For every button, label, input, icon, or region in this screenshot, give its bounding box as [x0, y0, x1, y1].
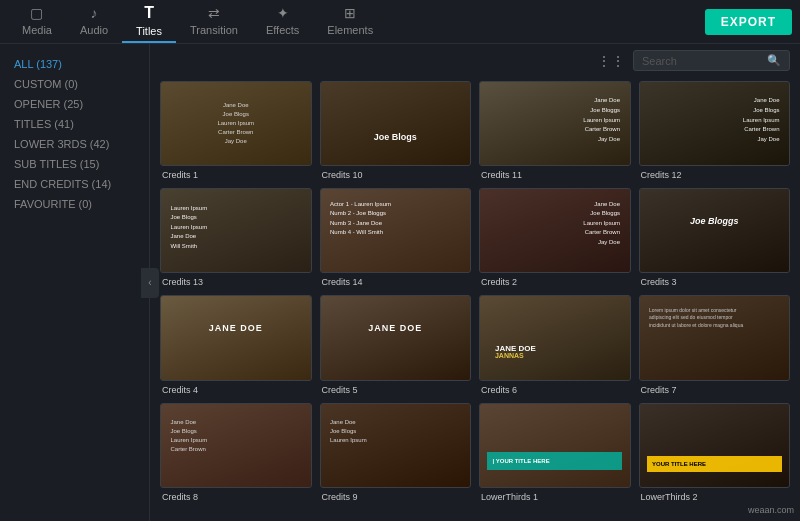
grid-item-credits8[interactable]: Jane DoeJoe BlogsLauren IpsumCarter Brow…: [160, 403, 312, 502]
search-input[interactable]: [642, 55, 762, 67]
titles-icon: T: [144, 4, 154, 22]
grid-item-label-credits9: Credits 9: [320, 492, 472, 502]
grid-item-credits2[interactable]: Jane DoeJoe BloggsLauren IpsumCarter Bro…: [479, 188, 631, 287]
nav-media-label: Media: [22, 24, 52, 36]
grid-item-label-lowerthirds1: LowerThirds 1: [479, 492, 631, 502]
grid-item-label-credits6: Credits 6: [479, 385, 631, 395]
transition-icon: ⇄: [208, 5, 220, 21]
sidebar-item-all[interactable]: ALL (137): [0, 54, 149, 74]
grid-item-lowerthirds2[interactable]: YOUR TITLE HERE LowerThirds 2: [639, 403, 791, 502]
sidebar-item-subtitles[interactable]: SUB TITLES (15): [0, 154, 149, 174]
sidebar-item-endcredits[interactable]: END CREDITS (14): [0, 174, 149, 194]
grid-item-label-credits13: Credits 13: [160, 277, 312, 287]
titles-grid: Jane DoeJoe BlogsLauren IpsumCarter Brow…: [160, 81, 790, 502]
grid-item-label-lowerthirds2: LowerThirds 2: [639, 492, 791, 502]
search-icon: 🔍: [767, 54, 781, 67]
sidebar: ALL (137) CUSTOM (0) OPENER (25) TITLES …: [0, 44, 150, 521]
media-icon: ▢: [30, 5, 43, 21]
grid-item-label-credits2: Credits 2: [479, 277, 631, 287]
nav-transition[interactable]: ⇄ Transition: [176, 1, 252, 42]
grid-item-credits9[interactable]: Jane DoeJoe BlogsLauren Ipsum Credits 9: [320, 403, 472, 502]
export-button[interactable]: EXPORT: [705, 9, 792, 35]
grid-item-credits4[interactable]: JANE DOE Credits 4: [160, 295, 312, 394]
top-navigation: ▢ Media ♪ Audio T Titles ⇄ Transition ✦ …: [0, 0, 800, 44]
grid-item-credits12[interactable]: Jane DoeJoe BlogsLauren IpsumCarter Brow…: [639, 81, 791, 180]
grid-item-credits7[interactable]: Lorem ipsum dolor sit amet consecteturad…: [639, 295, 791, 394]
grid-item-credits14[interactable]: Actor 1 - Lauren IpsumNumb 2 - Joe Blogg…: [320, 188, 472, 287]
search-box: 🔍: [633, 50, 790, 71]
nav-transition-label: Transition: [190, 24, 238, 36]
audio-icon: ♪: [91, 5, 98, 21]
nav-effects[interactable]: ✦ Effects: [252, 1, 313, 42]
grid-scroll-area: Jane DoeJoe BlogsLauren IpsumCarter Brow…: [150, 77, 800, 521]
grid-item-credits13[interactable]: Lauren IpsumJoe BlogsLauren IpsumJane Do…: [160, 188, 312, 287]
sidebar-item-opener[interactable]: OPENER (25): [0, 94, 149, 114]
nav-media[interactable]: ▢ Media: [8, 1, 66, 42]
grid-item-lowerthirds1[interactable]: | YOUR TITLE HERE LowerThirds 1: [479, 403, 631, 502]
nav-elements[interactable]: ⊞ Elements: [313, 1, 387, 42]
effects-icon: ✦: [277, 5, 289, 21]
grid-item-credits11[interactable]: Jane DoeJoe BloggsLauren IpsumCarter Bro…: [479, 81, 631, 180]
grid-item-label-credits5: Credits 5: [320, 385, 472, 395]
nav-audio[interactable]: ♪ Audio: [66, 1, 122, 42]
grid-item-label-credits14: Credits 14: [320, 277, 472, 287]
elements-icon: ⊞: [344, 5, 356, 21]
sidebar-item-lower3rds[interactable]: LOWER 3RDS (42): [0, 134, 149, 154]
content-area: ⋮⋮ 🔍 Jane DoeJoe BlogsLauren IpsumCarter…: [150, 44, 800, 521]
grid-item-label-credits4: Credits 4: [160, 385, 312, 395]
grid-item-credits5[interactable]: JANE DOE Credits 5: [320, 295, 472, 394]
nav-titles-label: Titles: [136, 25, 162, 37]
grid-item-credits3[interactable]: Joe Bloggs Credits 3: [639, 188, 791, 287]
watermark: weaan.com: [748, 505, 794, 515]
grid-item-label-credits11: Credits 11: [479, 170, 631, 180]
nav-effects-label: Effects: [266, 24, 299, 36]
sidebar-item-favourite[interactable]: FAVOURITE (0): [0, 194, 149, 214]
main-layout: ALL (137) CUSTOM (0) OPENER (25) TITLES …: [0, 44, 800, 521]
nav-elements-label: Elements: [327, 24, 373, 36]
grid-view-icon[interactable]: ⋮⋮: [597, 53, 625, 69]
sidebar-item-titles[interactable]: TITLES (41): [0, 114, 149, 134]
grid-item-credits10[interactable]: Joe Blogs Credits 10: [320, 81, 472, 180]
sidebar-item-custom[interactable]: CUSTOM (0): [0, 74, 149, 94]
grid-item-credits1[interactable]: Jane DoeJoe BlogsLauren IpsumCarter Brow…: [160, 81, 312, 180]
grid-item-credits6[interactable]: JANNAS JANE DOE Credits 6: [479, 295, 631, 394]
grid-item-label-credits3: Credits 3: [639, 277, 791, 287]
grid-item-label-credits10: Credits 10: [320, 170, 472, 180]
content-header: ⋮⋮ 🔍: [150, 44, 800, 77]
grid-item-label-credits12: Credits 12: [639, 170, 791, 180]
nav-titles[interactable]: T Titles: [122, 0, 176, 43]
nav-audio-label: Audio: [80, 24, 108, 36]
grid-item-label-credits8: Credits 8: [160, 492, 312, 502]
grid-item-label-credits7: Credits 7: [639, 385, 791, 395]
sidebar-collapse-button[interactable]: ‹: [141, 268, 159, 298]
grid-item-label-credits1: Credits 1: [160, 170, 312, 180]
